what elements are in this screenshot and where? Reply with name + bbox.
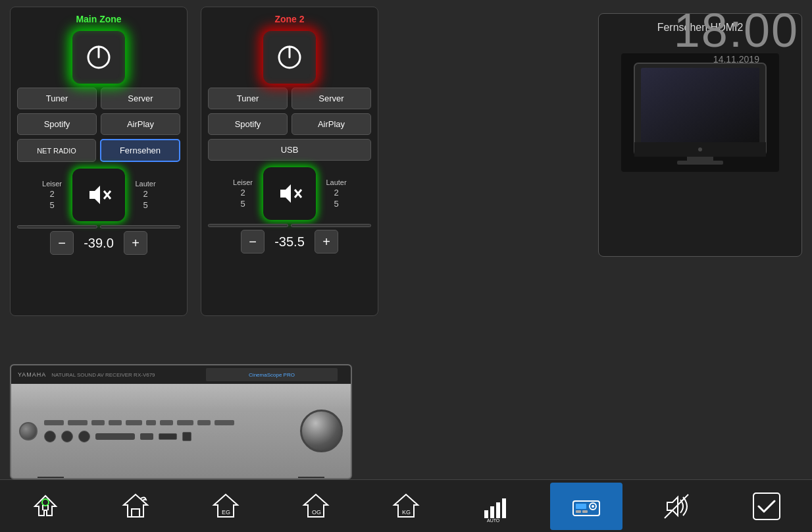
svg-text:OG: OG <box>312 509 321 516</box>
receiver-btn-7 <box>160 420 173 425</box>
svg-text:EG: EG <box>222 509 230 516</box>
zone2-lauter-box: Lauter 2 5 <box>320 178 353 209</box>
zone2-leiser-box: Leiser 2 5 <box>226 178 259 209</box>
zone2-lauter-label: Lauter <box>326 178 346 186</box>
svg-rect-12 <box>641 68 759 146</box>
receiver-btn-5 <box>126 420 142 425</box>
zone2-lauter-top: 2 <box>334 188 338 198</box>
nav-farm[interactable] <box>99 483 172 530</box>
receiver-port-1 <box>44 431 56 442</box>
svg-rect-32 <box>502 498 506 518</box>
power-icon <box>84 43 113 72</box>
zone2-vol-control-row: − -35.5 + <box>208 230 371 253</box>
receiver-main-volume-knob[interactable] <box>300 410 343 452</box>
receiver-display-text: CinemaScope PRO <box>249 372 295 378</box>
nav-receiver[interactable] <box>550 483 622 530</box>
svg-point-16 <box>698 147 702 151</box>
nav-audio[interactable] <box>640 483 713 530</box>
receiver-port-2 <box>61 431 73 442</box>
audio-icon <box>661 491 692 522</box>
nav-kg[interactable]: KG <box>370 483 442 530</box>
main-tuner-button[interactable]: Tuner <box>17 88 97 109</box>
main-fernsehen-button[interactable]: Fernsehen <box>100 139 180 162</box>
svg-rect-30 <box>490 506 494 518</box>
main-volume-row: Leiser 2 5 Lauter 2 5 <box>17 169 180 221</box>
receiver-btn-10 <box>215 420 234 425</box>
main-spotify-button[interactable]: Spotify <box>17 113 97 135</box>
nav-eg[interactable]: EG <box>190 483 262 530</box>
zone2-volume-section: Leiser 2 5 Lauter 2 5 <box>208 167 371 253</box>
receiver-port-3 <box>78 431 90 442</box>
svg-rect-22 <box>132 509 140 517</box>
svg-text:KG: KG <box>402 509 411 516</box>
nav-auto[interactable]: AUTO <box>460 483 532 530</box>
og-icon: OG <box>300 491 332 522</box>
receiver-btn-3 <box>91 420 105 425</box>
zone2-power-button[interactable] <box>263 31 316 84</box>
zone2-leiser-label: Leiser <box>233 178 253 186</box>
zone2-leiser-bottom: 5 <box>240 199 245 209</box>
main-volume-plus-button[interactable]: + <box>124 231 147 255</box>
svg-marker-2 <box>89 186 100 204</box>
tv-image-area <box>621 53 779 172</box>
zone2-panel: Zone 2 Tuner Server Spotify AirPlay USB … <box>201 7 378 316</box>
receiver-usb <box>159 433 177 440</box>
receiver-controls <box>44 420 293 442</box>
svg-point-18 <box>42 499 49 506</box>
receiver-buttons-row1 <box>44 420 293 425</box>
zone2-volume-row: Leiser 2 5 Lauter 2 5 <box>208 167 371 220</box>
zone2-lauter-bottom: 5 <box>334 199 338 209</box>
zone2-leiser-top: 2 <box>240 188 245 198</box>
zone2-power-icon <box>275 43 304 72</box>
main-leiser-bottom: 5 <box>49 200 54 210</box>
zone2-volume-plus-button[interactable]: + <box>315 230 338 253</box>
nav-home[interactable] <box>9 483 82 530</box>
zone2-volume-minus-button[interactable]: − <box>241 230 265 253</box>
zone2-title: Zone 2 <box>274 14 304 24</box>
svg-rect-29 <box>484 510 488 518</box>
zone2-server-button[interactable]: Server <box>292 88 371 109</box>
nav-og[interactable]: OG <box>280 483 352 530</box>
zone2-mute-icon <box>275 179 304 208</box>
zone2-tuner-button[interactable]: Tuner <box>208 88 288 109</box>
receiver-subtitle: NATURAL SOUND AV RECEIVER RX-V679 <box>51 372 155 378</box>
zone2-usb-button[interactable]: USB <box>208 139 371 161</box>
main-volume-section: Leiser 2 5 Lauter 2 5 <box>17 169 180 255</box>
main-leiser-top: 2 <box>49 189 54 199</box>
zone2-sources-row1: Tuner Server <box>208 88 371 109</box>
main-leiser-box: Leiser 2 5 <box>36 180 68 210</box>
svg-rect-42 <box>753 493 780 519</box>
main-lauter-label: Lauter <box>135 180 155 188</box>
main-leiser-label: Leiser <box>42 180 62 188</box>
svg-rect-14 <box>677 161 723 165</box>
receiver-box: YAMAHA NATURAL SOUND AV RECEIVER RX-V679… <box>10 364 352 479</box>
nav-check[interactable] <box>730 483 803 530</box>
receiver-slot <box>140 433 153 440</box>
main-zone-title: Main Zone <box>76 14 121 24</box>
main-volume-minus-button[interactable]: − <box>50 231 74 255</box>
farm-icon <box>120 491 151 522</box>
bottom-nav: EG OG KG AUTO <box>0 479 812 532</box>
main-volume-value: -39.0 <box>79 236 118 251</box>
zone2-mute-button[interactable] <box>263 167 316 220</box>
main-zone-power-button[interactable] <box>72 31 125 84</box>
receiver-area: YAMAHA NATURAL SOUND AV RECEIVER RX-V679… <box>10 364 352 479</box>
middle-spacer <box>392 7 585 316</box>
main-zone-sources-row1: Tuner Server <box>17 88 180 109</box>
clock-time: 18:00 <box>674 7 799 54</box>
main-vol-control-row: − -39.0 + <box>17 231 180 255</box>
main-netradio-button[interactable]: NET RADIO <box>17 139 96 162</box>
main-lauter-bottom: 5 <box>143 200 147 210</box>
zone2-airplay-button[interactable]: AirPlay <box>292 113 371 135</box>
zone2-spotify-button[interactable]: Spotify <box>208 113 288 135</box>
home-icon <box>30 491 61 522</box>
main-server-button[interactable]: Server <box>101 88 180 109</box>
main-airplay-button[interactable]: AirPlay <box>101 113 180 135</box>
main-mute-button[interactable] <box>72 169 125 221</box>
receiver-power-knob[interactable] <box>19 422 38 440</box>
auto-icon: AUTO <box>480 491 512 522</box>
zone2-sources-row3: USB <box>208 139 371 161</box>
receiver-ports-row <box>44 431 293 442</box>
main-zone-sources-row2: Spotify AirPlay <box>17 113 180 135</box>
kg-icon: KG <box>390 491 422 522</box>
